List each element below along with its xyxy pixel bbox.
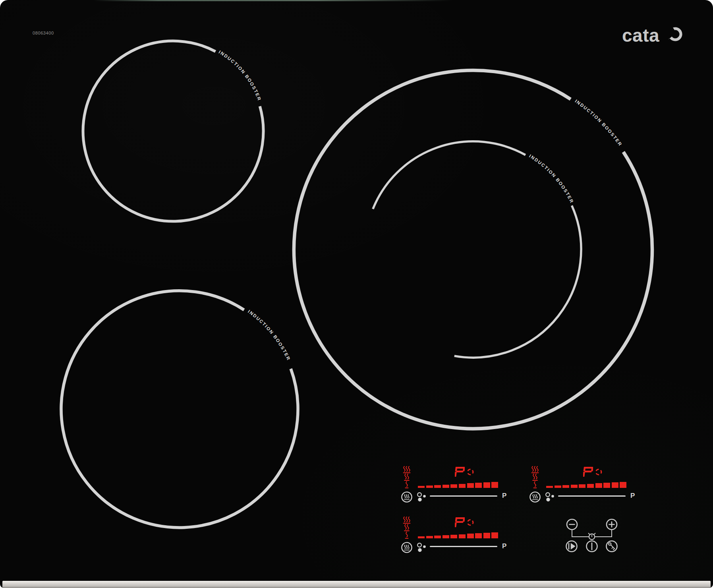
power-bar-segment [450, 535, 457, 538]
power-bar-segment [612, 482, 618, 488]
brand-logo: cata [622, 25, 686, 45]
power-bar-segment [603, 483, 610, 488]
burner-display-front: P [400, 515, 512, 553]
pan-dots-icon [415, 542, 427, 553]
zone-ring-front-left [61, 291, 298, 528]
zone-ring-right-inner-a [373, 141, 526, 209]
power-bar-segment [620, 482, 626, 488]
power-bar-segment [426, 485, 433, 488]
power-bar-segment [579, 484, 585, 488]
power-bar-segment [491, 532, 498, 538]
power-bar-segment [491, 482, 498, 488]
pan-dots-icon [544, 492, 555, 502]
power-bar-segment [450, 484, 457, 488]
power-level-display [455, 467, 465, 477]
power-button[interactable] [587, 541, 597, 552]
residual-heat-indicators [403, 466, 412, 489]
steam-1-icon [403, 532, 411, 539]
pan-dots-icon [415, 492, 427, 502]
zone-ring-right-outer [294, 70, 652, 429]
power-slider-track[interactable] [430, 546, 497, 547]
steam-2-icon [403, 474, 411, 481]
power-bar-segment [442, 485, 449, 488]
child-lock-key-button[interactable] [607, 541, 617, 552]
power-bar-segment [555, 485, 561, 488]
dashed-circle-icon [466, 518, 474, 526]
zone-ring-right-inner-b [454, 205, 581, 358]
max-power-label[interactable]: P [502, 542, 506, 550]
steam-3-icon [403, 466, 411, 473]
max-power-label[interactable]: P [502, 492, 506, 500]
power-bar-segment [418, 486, 425, 488]
power-bar-segment [426, 536, 433, 538]
power-bar-segment [434, 485, 441, 488]
power-bar-segment [562, 485, 569, 488]
plus-button[interactable] [607, 519, 617, 530]
power-bar-segment [546, 486, 553, 488]
brand-swoosh-icon [667, 25, 684, 43]
timer-clock-icon[interactable] [589, 533, 595, 540]
power-bar-segment [475, 483, 482, 488]
dashed-circle-icon [595, 468, 603, 476]
power-bar-segment [571, 485, 578, 488]
power-level-bar [546, 482, 629, 488]
steam-2-icon [531, 474, 539, 481]
zone-label-right-outer: INDUCTION BOOSTER [574, 99, 623, 147]
power-level-bar [418, 532, 500, 538]
steam-1-icon [531, 481, 539, 488]
max-power-label[interactable]: P [630, 492, 635, 500]
zone-label-front-left: INDUCTION BOOSTER [247, 309, 292, 362]
hotplate-steam-icon[interactable] [401, 491, 413, 503]
brand-wordmark: cata [622, 26, 659, 44]
steam-2-icon [403, 524, 411, 531]
power-bar-segment [483, 482, 490, 488]
glass-ceramic-surface: INDUCTION BOOSTER INDUCTION BOOSTER INDU… [0, 0, 713, 588]
touch-control-panel [561, 515, 624, 559]
minus-button[interactable] [567, 519, 577, 530]
dashed-circle-icon [466, 468, 474, 476]
steam-3-icon [531, 466, 539, 473]
pause-resume-button[interactable] [566, 541, 577, 552]
power-bar-segment [434, 536, 441, 538]
zone-label-back-left: INDUCTION BOOSTER [218, 50, 262, 102]
power-level-display [455, 517, 465, 527]
power-slider-track[interactable] [558, 495, 626, 497]
hotplate-steam-icon[interactable] [529, 491, 541, 503]
power-bar-segment [467, 534, 474, 538]
power-bar-segment [475, 533, 482, 538]
zone-ring-back-left [83, 41, 263, 221]
steam-1-icon [403, 481, 411, 488]
residual-heat-indicators [531, 466, 540, 489]
product-photo-induction-hob: INDUCTION BOOSTER INDUCTION BOOSTER INDU… [0, 0, 713, 588]
burner-display-far-right: P [529, 465, 641, 503]
steam-3-icon [403, 516, 411, 524]
power-bar-segment [587, 484, 594, 488]
front-metal-trim [2, 581, 711, 588]
power-bar-segment [459, 534, 466, 539]
power-slider-track[interactable] [430, 495, 497, 497]
zone-label-right-inner: INDUCTION BOOSTER [528, 153, 575, 204]
power-bar-segment [418, 536, 425, 538]
model-number: 08063400 [33, 31, 54, 35]
residual-heat-indicators [403, 516, 412, 539]
power-bar-segment [595, 483, 602, 488]
power-level-display [583, 467, 593, 477]
power-bar-segment [467, 483, 474, 488]
power-bar-segment [442, 535, 449, 538]
hotplate-steam-icon[interactable] [401, 542, 413, 553]
power-bar-segment [483, 533, 490, 538]
power-level-bar [418, 482, 500, 488]
burner-display-right: P [400, 465, 512, 503]
power-bar-segment [459, 484, 466, 488]
